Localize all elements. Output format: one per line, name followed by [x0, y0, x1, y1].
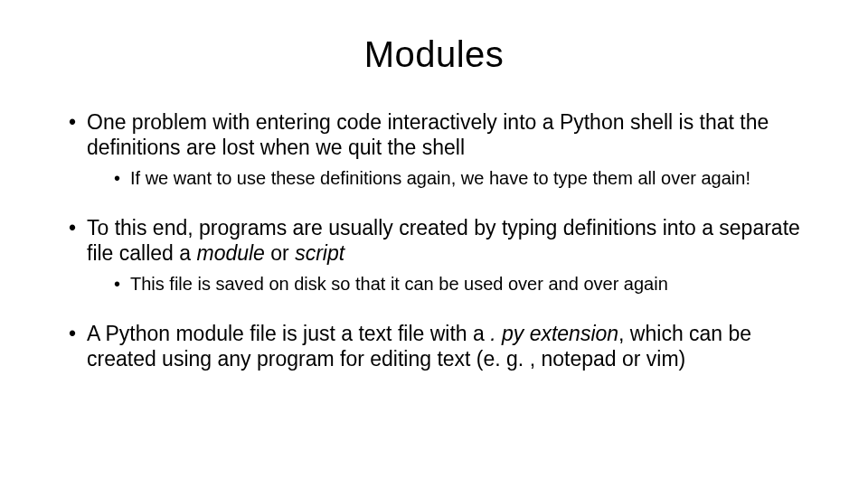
sub-bullet-item: If we want to use these definitions agai…: [114, 167, 814, 190]
bullet-item-1: One problem with entering code interacti…: [69, 109, 814, 190]
sub-bullet-text: If we want to use these definitions agai…: [130, 168, 750, 188]
sub-bullet-text: This file is saved on disk so that it ca…: [130, 274, 668, 294]
sub-list-2: This file is saved on disk so that it ca…: [87, 273, 814, 296]
bullet-item-3: A Python module file is just a text file…: [69, 321, 814, 371]
bullet-text-part: A Python module file is just a text file…: [87, 322, 490, 345]
sub-list-1: If we want to use these definitions agai…: [87, 167, 814, 190]
bullet-item-2: To this end, programs are usually create…: [69, 215, 814, 296]
italic-term-script: script: [295, 241, 344, 265]
bullet-text-part: To this end, programs are usually create…: [87, 216, 800, 265]
bullet-text: One problem with entering code interacti…: [87, 110, 769, 159]
italic-term-extension: . py extension: [490, 322, 618, 345]
bullet-list: One problem with entering code interacti…: [54, 109, 814, 371]
bullet-text-part: or: [265, 241, 295, 265]
slide-title: Modules: [54, 34, 814, 75]
sub-bullet-item: This file is saved on disk so that it ca…: [114, 273, 814, 296]
slide-container: Modules One problem with entering code i…: [0, 0, 868, 488]
italic-term-module: module: [196, 241, 264, 265]
